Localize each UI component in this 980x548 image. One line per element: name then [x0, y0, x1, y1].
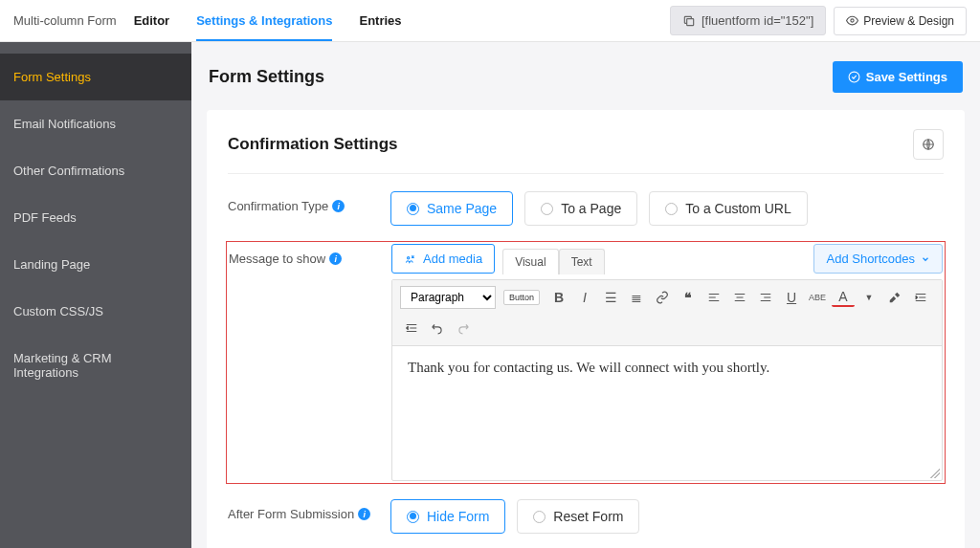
editor-topline-left: Add media Visual Text — [391, 244, 605, 274]
option-to-page[interactable]: To a Page — [524, 191, 637, 226]
label-confirmation-type: Confirmation Type i — [228, 191, 390, 213]
radio-dot-icon — [533, 511, 546, 523]
page-title: Form Settings — [209, 67, 324, 87]
radio-dot-icon — [541, 203, 553, 215]
preview-label: Preview & Design — [863, 14, 954, 28]
row-message-to-show: Message to show i Add media Visual Tex — [226, 241, 946, 484]
after-submission-options: Hide Form Reset Form — [390, 499, 639, 534]
sidebar-item-pdf-feeds[interactable]: PDF Feeds — [0, 194, 191, 241]
label-after-submission: After Form Submission i — [228, 499, 390, 521]
undo-icon[interactable] — [426, 317, 449, 340]
link-icon[interactable] — [651, 286, 674, 309]
sidebar-item-marketing-crm[interactable]: Marketing & CRM Integrations — [0, 335, 191, 396]
sidebar-item-email-notifications[interactable]: Email Notifications — [0, 100, 191, 147]
card-title: Confirmation Settings — [228, 135, 398, 154]
save-label: Save Settings — [866, 70, 947, 84]
editor-tab-text[interactable]: Text — [559, 249, 605, 274]
align-right-icon[interactable] — [754, 286, 777, 309]
topbar-right: [fluentform id="152"] Preview & Design — [670, 6, 967, 35]
label-message: Message to show i — [229, 244, 391, 266]
sidebar-item-custom-css-js[interactable]: Custom CSS/JS — [0, 288, 191, 335]
add-media-button[interactable]: Add media — [391, 244, 495, 274]
svg-point-2 — [849, 72, 859, 82]
row-after-submission: After Form Submission i Hide Form Reset … — [228, 499, 944, 534]
media-icon — [404, 252, 417, 266]
chevron-down-icon — [921, 254, 930, 264]
page-header: Form Settings Save Settings — [207, 57, 965, 97]
radio-dot-icon — [407, 203, 419, 215]
svg-rect-0 — [687, 18, 694, 25]
editor-area: Add media Visual Text Add Shortcodes — [391, 244, 943, 481]
copy-icon — [682, 14, 696, 28]
resize-grip-icon[interactable] — [930, 469, 940, 478]
editor-mode-tabs: Visual Text — [502, 248, 604, 274]
tab-settings-integrations[interactable]: Settings & Integrations — [196, 0, 332, 41]
radio-dot-icon — [665, 203, 678, 215]
shortcode-text: [fluentform id="152"] — [702, 13, 813, 28]
tab-editor[interactable]: Editor — [134, 0, 170, 41]
radio-dot-icon — [407, 511, 419, 523]
toolbar-row-2 — [400, 317, 934, 340]
indent-icon[interactable] — [909, 286, 932, 309]
toolbar-icons: B I ☰ ≣ ❝ — [547, 286, 932, 309]
check-circle-icon — [848, 71, 860, 83]
option-same-page[interactable]: Same Page — [390, 191, 513, 226]
align-center-icon[interactable] — [728, 286, 751, 309]
eye-icon — [846, 14, 858, 27]
wysiwyg-editor: Paragraph Button B I ☰ ≣ — [391, 279, 943, 481]
add-shortcodes-button[interactable]: Add Shortcodes — [813, 244, 943, 274]
info-icon[interactable]: i — [332, 200, 345, 212]
strikethrough-icon[interactable]: ABE — [806, 286, 829, 309]
info-icon[interactable]: i — [329, 252, 342, 265]
shortcode-badge[interactable]: [fluentform id="152"] — [670, 6, 826, 35]
svg-point-4 — [408, 256, 410, 258]
top-bar: Multi-column Form Editor Settings & Inte… — [0, 0, 980, 42]
editor-topline: Add media Visual Text Add Shortcodes — [391, 244, 943, 274]
bold-icon[interactable]: B — [547, 286, 570, 309]
clear-format-icon[interactable] — [883, 286, 906, 309]
form-name: Multi-column Form — [13, 13, 117, 28]
redo-icon[interactable] — [452, 317, 475, 340]
option-reset-form[interactable]: Reset Form — [517, 499, 639, 534]
text-color-icon[interactable]: A — [832, 288, 855, 307]
outdent-icon[interactable] — [400, 317, 423, 340]
help-button[interactable] — [913, 129, 944, 160]
quote-icon[interactable]: ❝ — [677, 286, 700, 309]
globe-icon — [922, 138, 935, 151]
dropdown-caret-icon[interactable]: ▼ — [858, 286, 880, 309]
preview-design-button[interactable]: Preview & Design — [834, 7, 967, 35]
bullet-list-icon[interactable]: ☰ — [599, 286, 622, 309]
row-confirmation-type: Confirmation Type i Same Page To a Page … — [228, 191, 944, 226]
sidebar: Form Settings Email Notifications Other … — [0, 42, 191, 548]
option-hide-form[interactable]: Hide Form — [390, 499, 505, 534]
button-format[interactable]: Button — [503, 290, 540, 305]
main-tabs: Editor Settings & Integrations Entries — [134, 0, 402, 41]
sidebar-item-form-settings[interactable]: Form Settings — [0, 54, 191, 100]
numbered-list-icon[interactable]: ≣ — [625, 286, 648, 309]
italic-icon[interactable]: I — [573, 286, 596, 309]
content: Form Settings Save Settings Confirmation… — [191, 42, 980, 548]
editor-content[interactable]: Thank you for contacting us. We will con… — [392, 346, 942, 480]
layout: Form Settings Email Notifications Other … — [0, 42, 980, 548]
confirmation-type-options: Same Page To a Page To a Custom URL — [390, 191, 808, 226]
underline-icon[interactable]: U — [780, 286, 803, 309]
sidebar-item-other-confirmations[interactable]: Other Confirmations — [0, 147, 191, 194]
card-header: Confirmation Settings — [228, 129, 944, 174]
info-icon[interactable]: i — [358, 508, 370, 520]
wysiwyg-toolbar: Paragraph Button B I ☰ ≣ — [392, 280, 942, 346]
save-settings-button[interactable]: Save Settings — [833, 61, 963, 93]
settings-card: Confirmation Settings Confirmation Type … — [207, 110, 965, 548]
tab-entries[interactable]: Entries — [359, 0, 401, 41]
align-left-icon[interactable] — [702, 286, 725, 309]
editor-tab-visual[interactable]: Visual — [502, 249, 558, 274]
block-format-select[interactable]: Paragraph — [400, 286, 496, 309]
option-to-custom-url[interactable]: To a Custom URL — [649, 191, 807, 226]
topbar-left: Multi-column Form Editor Settings & Inte… — [13, 0, 402, 41]
svg-point-1 — [851, 19, 854, 22]
sidebar-item-landing-page[interactable]: Landing Page — [0, 241, 191, 288]
